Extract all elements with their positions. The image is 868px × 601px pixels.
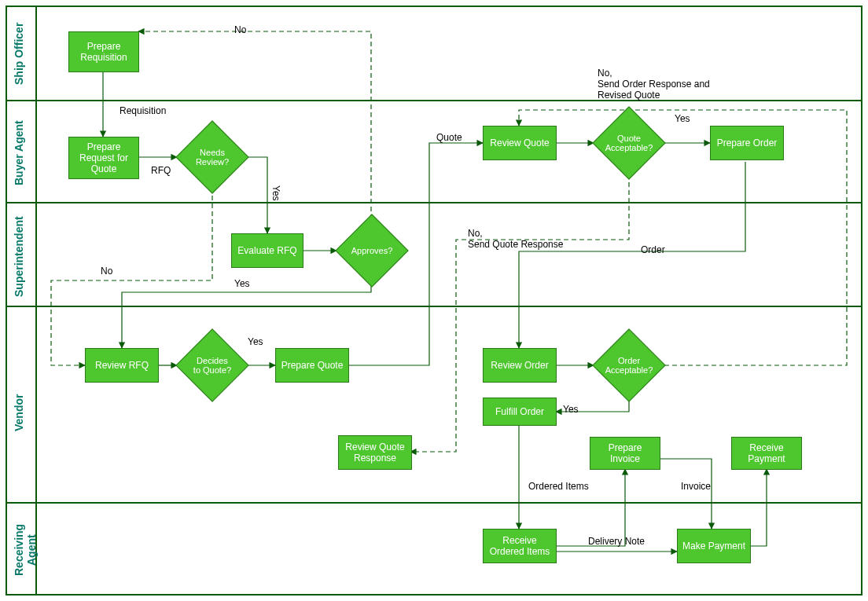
label-no-order-response: No,Send Order Response andRevised Quote: [598, 68, 710, 101]
diamond-order-acceptable: OrderAcceptable?: [594, 342, 664, 389]
box-receive-ordered: ReceiveOrdered Items: [483, 529, 557, 563]
diagram-svg: [0, 0, 868, 601]
box-evaluate-rfq: Evaluate RFQ: [231, 233, 303, 268]
label-delivery-note: Delivery Note: [588, 536, 645, 547]
label-ordered-items: Ordered Items: [528, 481, 589, 492]
lane-ship-officer: Ship Officer: [13, 22, 25, 85]
lane-vendor: Vendor: [13, 377, 25, 448]
label-requisition: Requisition: [120, 105, 166, 116]
label-invoice: Invoice: [681, 481, 711, 492]
box-prepare-order: Prepare Order: [710, 126, 784, 160]
label-yes-needsreview: Yes: [270, 185, 281, 201]
label-no-send-quote: No,Send Quote Response: [468, 228, 563, 250]
box-review-quote: Review Quote: [483, 126, 557, 160]
box-prepare-invoice: PrepareInvoice: [590, 437, 660, 470]
box-review-quote-response: Review QuoteResponse: [338, 435, 412, 470]
label-order: Order: [641, 244, 665, 255]
diamond-approves: Approves?: [337, 227, 407, 274]
label-rfq: RFQ: [151, 165, 171, 176]
box-prepare-rfq: PrepareRequest forQuote: [68, 137, 139, 179]
label-yes-decides: Yes: [248, 336, 263, 347]
box-prepare-requisition: PrepareRequisition: [68, 31, 139, 72]
diamond-quote-acceptable: QuoteAcceptable?: [594, 119, 664, 167]
diamond-decides-quote: Decidesto Quote?: [177, 342, 248, 389]
lane-superintendent: Superintendent: [13, 214, 25, 300]
box-prepare-quote: Prepare Quote: [275, 348, 349, 383]
label-quote: Quote: [436, 132, 462, 143]
lane-receiving-agent: Receiving Agent: [13, 511, 38, 589]
label-yes-orderacc: Yes: [563, 404, 579, 415]
label-no-needsreview: No: [101, 266, 112, 277]
svg-rect-0: [6, 6, 862, 595]
box-fulfill-order: Fulfill Order: [483, 398, 557, 426]
box-review-rfq: Review RFQ: [85, 348, 159, 383]
lane-buyer-agent: Buyer Agent: [13, 118, 25, 189]
label-yes-quoteacc: Yes: [675, 113, 690, 124]
box-make-payment: Make Payment: [677, 529, 751, 563]
label-yes-approves: Yes: [234, 278, 250, 289]
swimlane-diagram: Ship Officer Buyer Agent Superintendent …: [0, 0, 868, 601]
box-review-order: Review Order: [483, 348, 557, 383]
box-receive-payment: ReceivePayment: [731, 437, 802, 470]
label-no-1: No: [234, 24, 246, 35]
diamond-needs-review: NeedsReview?: [177, 134, 248, 181]
